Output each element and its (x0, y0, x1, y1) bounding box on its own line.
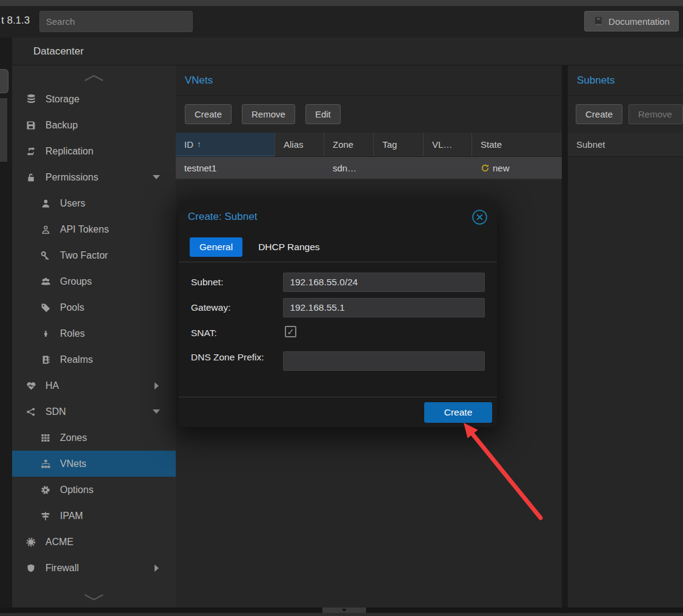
vnets-remove-button[interactable]: Remove (242, 104, 295, 124)
vnets-edit-button[interactable]: Edit (305, 104, 341, 124)
tab-general[interactable]: General (190, 237, 242, 257)
key-icon (39, 250, 52, 261)
refresh-icon (481, 164, 490, 173)
collapsed-tree-toggle[interactable] (0, 69, 8, 93)
replication-icon (24, 146, 38, 157)
state-label: new (493, 163, 510, 173)
subnets-panel-title: Subnets (577, 75, 615, 87)
search-input[interactable] (39, 11, 193, 32)
documentation-label: Documentation (608, 16, 670, 27)
caret-right-icon (155, 382, 162, 389)
sidebar-item-users[interactable]: Users (12, 190, 176, 216)
sidebar-item-realms[interactable]: Realms (12, 346, 176, 373)
cell-id: testnet1 (176, 157, 275, 179)
sidebar-scroll-down[interactable] (12, 589, 176, 605)
address-book-icon (39, 354, 52, 365)
datacenter-sidebar: Storage Backup Replication (12, 65, 176, 608)
column-header-vlan[interactable]: VL… (424, 133, 472, 156)
caret-down-icon (153, 409, 160, 417)
chevron-down-icon (82, 593, 105, 601)
dialog-footer: Create (179, 397, 497, 427)
column-header-tag[interactable]: Tag (374, 133, 424, 156)
vnets-toolbar: Create Remove Edit (176, 96, 562, 133)
dialog-header[interactable]: Create: Subnet (179, 201, 497, 233)
sidebar-item-pools[interactable]: Pools (12, 294, 176, 320)
checkmark-icon: ✓ (287, 326, 295, 337)
sort-asc-icon: ↑ (197, 139, 201, 149)
signpost-icon (39, 511, 52, 522)
column-header-state[interactable]: State (472, 133, 562, 156)
sidebar-item-replication[interactable]: Replication (12, 138, 176, 164)
sitemap-icon (39, 459, 52, 469)
user-icon (39, 198, 52, 209)
subnets-create-button[interactable]: Create (576, 104, 622, 124)
topbar: t 8.1.3 Documentation (0, 6, 683, 38)
book-icon (593, 16, 603, 26)
sidebar-item-ha[interactable]: HA (12, 373, 176, 399)
column-header-subnet[interactable]: Subnet (568, 133, 683, 157)
users-icon (39, 276, 52, 287)
database-icon (24, 94, 38, 105)
dialog-create-button[interactable]: Create (424, 402, 492, 423)
cell-state: new (472, 157, 562, 179)
sidebar-scroll-up[interactable] (12, 70, 176, 86)
shield-icon (24, 563, 38, 574)
create-subnet-dialog: Create: Subnet General DHCP Ranges Subne… (179, 201, 497, 427)
dialog-body: Subnet: Gateway: SNAT: ✓ DNS Zone Prefix… (179, 262, 497, 397)
page-title: Datacenter (33, 45, 84, 58)
tags-icon (39, 302, 52, 313)
cell-zone: sdn… (324, 157, 374, 179)
proxmox-app: t 8.1.3 Documentation Datacenter (0, 0, 683, 616)
subnets-panel-header: Subnets (568, 65, 683, 96)
documentation-button[interactable]: Documentation (584, 11, 679, 31)
vnets-create-button[interactable]: Create (185, 104, 232, 124)
sidebar-item-backup[interactable]: Backup (12, 112, 176, 138)
log-panel-expander[interactable] (322, 608, 366, 613)
breadcrumb-bar: Datacenter (12, 38, 683, 65)
floppy-icon (24, 120, 38, 131)
heartbeat-icon (24, 380, 38, 391)
bottom-strip (0, 613, 683, 616)
cell-tag (374, 157, 424, 179)
dialog-tabs: General DHCP Ranges (179, 233, 497, 262)
cropped-tree-edge (0, 38, 12, 616)
dns-zone-prefix-field-label: DNS Zone Prefix: (191, 348, 283, 371)
subnet-field-label: Subnet: (191, 273, 283, 292)
vnets-panel-title: VNets (185, 75, 213, 87)
network-icon (24, 406, 38, 417)
column-header-alias[interactable]: Alias (275, 133, 324, 156)
snat-checkbox[interactable]: ✓ (285, 326, 296, 337)
version-text: t 8.1.3 (1, 15, 30, 27)
tree-scrollbar-thumb[interactable] (0, 98, 7, 162)
sidebar-item-acme[interactable]: ACME (12, 529, 176, 555)
subnets-toolbar: Create Remove (568, 96, 683, 133)
person-icon (39, 328, 52, 339)
sidebar-item-storage[interactable]: Storage (12, 86, 176, 112)
subnets-remove-button: Remove (628, 104, 683, 124)
sidebar-item-firewall[interactable]: Firewall (12, 555, 176, 581)
cell-vlan (424, 157, 472, 179)
sidebar-item-roles[interactable]: Roles (12, 320, 176, 346)
sidebar-item-groups[interactable]: Groups (12, 268, 176, 294)
dns-zone-prefix-field[interactable] (283, 351, 485, 371)
gateway-field-label: Gateway: (191, 298, 283, 317)
sidebar-item-permissions[interactable]: Permissions (12, 164, 176, 190)
table-row-testnet1[interactable]: testnet1 sdn… new (176, 157, 562, 179)
close-icon[interactable] (471, 209, 488, 225)
tab-dhcp-ranges[interactable]: DHCP Ranges (257, 237, 321, 257)
sidebar-item-two-factor[interactable]: Two Factor (12, 242, 176, 268)
sidebar-item-api-tokens[interactable]: API Tokens (12, 216, 176, 242)
sidebar-item-options[interactable]: Options (12, 477, 176, 503)
subnet-field[interactable] (283, 273, 485, 292)
gateway-field[interactable] (283, 298, 485, 317)
sidebar-item-ipam[interactable]: IPAM (12, 503, 176, 529)
vnets-panel-header: VNets (176, 65, 562, 96)
subnets-panel: Subnets Create Remove Subnet (568, 65, 683, 608)
sidebar-item-zones[interactable]: Zones (12, 425, 176, 451)
sidebar-item-vnets[interactable]: VNets (12, 451, 176, 477)
column-header-id[interactable]: ID ↑ (176, 133, 275, 156)
column-header-zone[interactable]: Zone (324, 133, 374, 156)
seal-icon (24, 537, 38, 548)
sidebar-item-sdn[interactable]: SDN (12, 399, 176, 425)
chevron-up-icon (82, 74, 105, 82)
